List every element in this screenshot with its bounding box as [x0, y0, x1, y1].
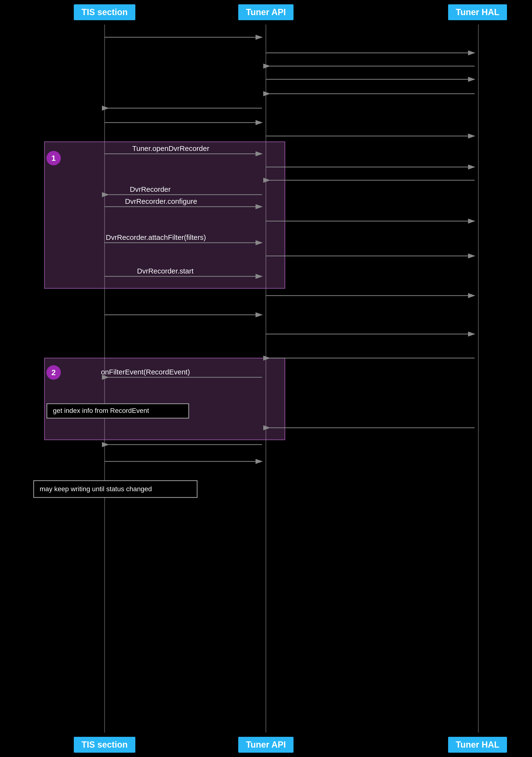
tis-header-box-top: TIS section	[74, 4, 135, 20]
svg-rect-6	[45, 358, 285, 440]
lifeline-footer-tis: TIS section	[62, 733, 147, 757]
diagram-container: Tuner.openDvrRecorder DvrRecorder DvrRec…	[0, 0, 532, 757]
svg-text:onFilterEvent(RecordEvent): onFilterEvent(RecordEvent)	[101, 368, 190, 376]
lifeline-footer-tuner-hal: Tuner HAL	[423, 733, 532, 757]
step-circle-2: 2	[47, 365, 61, 380]
svg-text:DvrRecorder.start: DvrRecorder.start	[137, 267, 194, 275]
step-circle-1: 1	[47, 151, 61, 165]
svg-text:get index info from RecordEven: get index info from RecordEvent	[53, 407, 149, 414]
tuner-hal-header-box-top: Tuner HAL	[448, 4, 507, 20]
tuner-api-header-box-top: Tuner API	[238, 4, 294, 20]
lifeline-footer-tuner-api: Tuner API	[209, 733, 323, 757]
lifeline-header-tuner-hal-top: Tuner HAL	[423, 0, 532, 24]
lifeline-header-tuner-api-top: Tuner API	[209, 0, 323, 24]
svg-text:DvrRecorder.configure: DvrRecorder.configure	[125, 197, 197, 205]
svg-text:Tuner.openDvrRecorder: Tuner.openDvrRecorder	[132, 144, 209, 152]
tuner-api-footer-box: Tuner API	[238, 737, 294, 753]
svg-text:DvrRecorder: DvrRecorder	[130, 185, 171, 193]
svg-rect-5	[45, 142, 285, 288]
svg-text:DvrRecorder.attachFilter(filte: DvrRecorder.attachFilter(filters)	[106, 233, 206, 241]
lifeline-header-tis-top: TIS section	[62, 0, 147, 24]
arrows-svg: Tuner.openDvrRecorder DvrRecorder DvrRec…	[0, 0, 532, 757]
svg-rect-35	[47, 404, 189, 418]
tis-footer-box: TIS section	[74, 737, 135, 753]
svg-rect-40	[34, 481, 197, 498]
tuner-hal-footer-box: Tuner HAL	[448, 737, 507, 753]
svg-text:may keep writing until status : may keep writing until status changed	[40, 485, 152, 493]
